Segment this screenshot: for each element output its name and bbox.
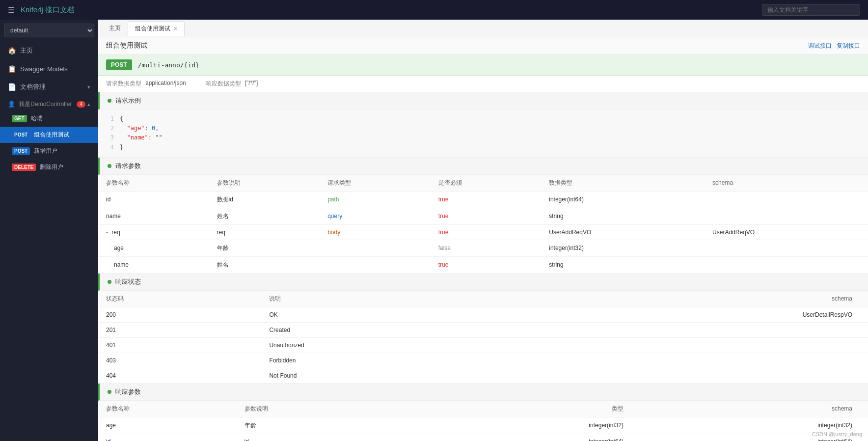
sidebar-item-swagger-models[interactable]: 📋 Swagger Models — [0, 60, 98, 78]
watermark: CSDN @justry_deng — [812, 431, 862, 437]
environment-select[interactable]: default — [4, 24, 94, 37]
response-params-table: 参数名称 参数说明 类型 schema age 年龄 integer(int32… — [98, 401, 868, 441]
controller-name: 👤 我是DemoController — [8, 100, 72, 109]
table-row: 403 Forbidden — [98, 353, 868, 368]
param-name: name — [98, 256, 209, 273]
sidebar-delete-user[interactable]: DELETE 删除用户 — [0, 159, 98, 175]
request-params-heading: 请求参数 — [98, 158, 868, 175]
status-desc: Unauthorized — [261, 337, 509, 353]
table-row: id 数据id path true integer(int64) — [98, 191, 868, 208]
status-schema: UserDetailRespVO — [510, 307, 868, 322]
tab-home[interactable]: 主页 — [102, 21, 128, 35]
param-name: age — [98, 240, 209, 256]
content-area: 主页 组合使用测试 ✕ 组合使用测试 调试接口 复制接口 POST /multi… — [98, 20, 868, 441]
sidebar-post-add-user[interactable]: POST 新增用户 — [0, 143, 98, 159]
param-required: true — [431, 256, 542, 273]
status-desc: Created — [261, 322, 509, 337]
tabbar: 主页 组合使用测试 ✕ — [98, 20, 868, 37]
col-status-code: 状态码 — [98, 291, 261, 307]
app-title: Knife4j 接口文档 — [21, 5, 75, 15]
col-req-type: 请求类型 — [320, 175, 431, 192]
param-schema — [705, 256, 868, 273]
status-desc: Not Found — [261, 368, 509, 383]
status-desc: OK — [261, 307, 509, 322]
endpoint-row: POST /multi-anno/{id} — [98, 55, 868, 76]
tab-combo[interactable]: 组合使用测试 ✕ — [128, 21, 185, 36]
param-req-type: query — [320, 208, 431, 224]
global-search[interactable] — [762, 4, 860, 16]
col-param-name: 参数名称 — [98, 175, 209, 192]
table-row: 401 Unauthorized — [98, 337, 868, 353]
param-required: true — [431, 191, 542, 208]
status-code: 404 — [98, 368, 261, 383]
tab-home-label: 主页 — [109, 24, 121, 32]
sidebar-home-label: 主页 — [20, 46, 33, 55]
param-data-type: UserAddReqVO — [541, 224, 705, 240]
status-code: 403 — [98, 353, 261, 368]
request-params-title: 请求参数 — [115, 162, 141, 170]
sidebar-get-label: 哈喽 — [31, 114, 43, 123]
param-name: - req — [98, 224, 209, 240]
method-get-badge: GET — [12, 115, 27, 122]
request-type-value: application/json — [145, 80, 186, 88]
debug-action[interactable]: 调试接口 — [808, 42, 832, 50]
endpoint-path: /multi-anno/{id} — [138, 61, 199, 69]
param-required: true — [431, 224, 542, 240]
resp-type: integer(int32) — [375, 417, 663, 434]
sidebar-post-combo[interactable]: POST 组合使用测试 — [0, 127, 98, 143]
sidebar: default 🏠 主页 📋 Swagger Models 📄 文档管理 ▾ 👤… — [0, 20, 98, 441]
col-status-desc: 说明 — [261, 291, 509, 307]
param-desc: req — [209, 224, 320, 240]
param-schema: UserAddReqVO — [705, 224, 868, 240]
doc-area: 组合使用测试 调试接口 复制接口 POST /multi-anno/{id} 请… — [98, 37, 868, 441]
request-type-label: 请求数据类型 — [106, 80, 141, 88]
col-data-type: 数据类型 — [541, 175, 705, 192]
status-schema — [510, 353, 868, 368]
main-layout: default 🏠 主页 📋 Swagger Models 📄 文档管理 ▾ 👤… — [0, 20, 868, 441]
resp-desc: id — [237, 434, 375, 441]
menu-icon[interactable]: ☰ — [8, 5, 15, 15]
table-row: age 年龄 false integer(int32) — [98, 240, 868, 256]
param-desc: 年龄 — [209, 240, 320, 256]
request-params-section: 请求参数 参数名称 参数说明 请求类型 是否必须 数据类型 schema — [98, 158, 868, 274]
table-row: 201 Created — [98, 322, 868, 337]
response-status-table: 状态码 说明 schema 200 OK UserDetailRespVO 20… — [98, 291, 868, 384]
response-status-title: 响应状态 — [115, 277, 141, 286]
param-desc: 数据id — [209, 191, 320, 208]
param-data-type: string — [541, 256, 705, 273]
endpoint-method-badge: POST — [106, 59, 132, 70]
param-name: name — [98, 208, 209, 224]
method-post-add-badge: POST — [12, 147, 30, 155]
resp-type: integer(int64) — [375, 434, 663, 441]
param-req-type: path — [320, 191, 431, 208]
request-example-code: 1{ 2 "age": 0, 3 "name": "" 4} — [98, 110, 868, 158]
tab-close-icon[interactable]: ✕ — [173, 26, 177, 31]
table-row: id id integer(int64) integer(int64) — [98, 434, 868, 441]
param-req-type — [320, 240, 431, 256]
param-required: true — [431, 208, 542, 224]
response-status-section: 响应状态 状态码 说明 schema 200 OK — [98, 274, 868, 384]
col-param-desc: 参数说明 — [209, 175, 320, 192]
col-resp-type: 类型 — [375, 401, 663, 417]
param-schema — [705, 208, 868, 224]
method-post-badge: POST — [12, 131, 30, 138]
param-data-type: string — [541, 208, 705, 224]
param-schema — [705, 191, 868, 208]
col-resp-schema: schema — [663, 401, 868, 417]
doc-section-title: 组合使用测试 — [106, 41, 147, 50]
controller-group: 👤 我是DemoController 4 ▴ — [0, 96, 98, 110]
home-icon: 🏠 — [8, 47, 16, 55]
resp-name: id — [98, 434, 237, 441]
col-resp-desc: 参数说明 — [237, 401, 375, 417]
status-schema — [510, 322, 868, 337]
copy-action[interactable]: 复制接口 — [837, 42, 860, 50]
sidebar-get-hello[interactable]: GET 哈喽 — [0, 110, 98, 127]
sidebar-post-combo-label: 组合使用测试 — [34, 131, 69, 139]
request-example-title: 请求示例 — [115, 96, 141, 105]
sidebar-item-doc-manage[interactable]: 📄 文档管理 ▾ — [0, 78, 98, 96]
request-example-section: 请求示例 1{ 2 "age": 0, 3 "name": "" 4} — [98, 92, 868, 158]
sidebar-item-home[interactable]: 🏠 主页 — [0, 41, 98, 60]
response-params-heading: 响应参数 — [98, 384, 868, 401]
code-line-4: 4} — [106, 143, 860, 152]
response-type-info: 响应数据类型 ["/*/"] — [206, 80, 258, 88]
